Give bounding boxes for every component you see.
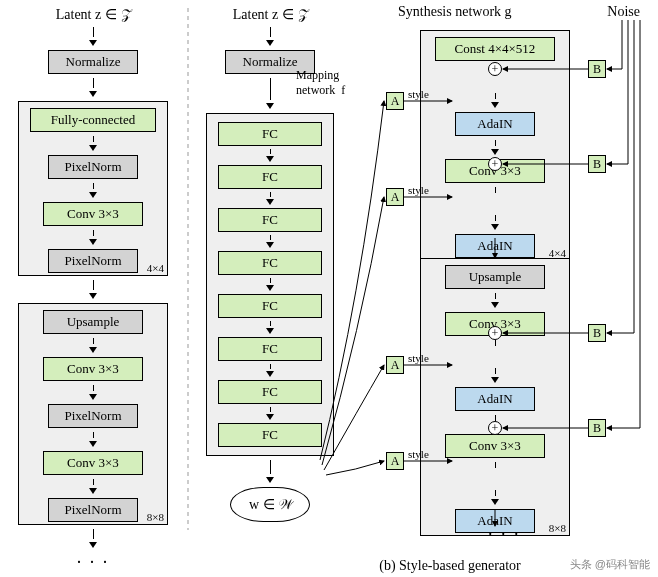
noise-B-block: B (588, 155, 606, 173)
fc-layer: FC (218, 208, 322, 232)
fc-layer: FC (218, 251, 322, 275)
adain-layer: AdaIN (455, 234, 535, 258)
style-label: style (408, 352, 429, 364)
pixelnorm-layer: PixelNorm (48, 404, 138, 428)
fc-layer: FC (218, 380, 322, 404)
panel-traditional: Latent z ∈ 𝒵 Normalize Fully-connected P… (18, 6, 168, 577)
mapping-label: Mapping network f (296, 68, 345, 98)
normalize-a: Normalize (48, 50, 138, 74)
noise-B-block: B (588, 419, 606, 437)
noise-B-block: B (588, 324, 606, 342)
conv-layer: Conv 3×3 (43, 451, 143, 475)
fc-layer: FC (218, 337, 322, 361)
adain-layer: AdaIN (455, 112, 535, 136)
ellipsis-b: · · · (488, 524, 521, 545)
fc-layer: FC (218, 423, 322, 447)
const-layer: Const 4×4×512 (435, 37, 555, 61)
upsample-layer: Upsample (445, 265, 545, 289)
block-size-label: 4×4 (147, 262, 164, 274)
conv-layer: Conv 3×3 (43, 202, 143, 226)
style-A-block: A (386, 356, 404, 374)
conv-layer: Conv 3×3 (445, 434, 545, 458)
add-noise-node: + (488, 157, 502, 171)
latent-label-b: Latent z ∈ 𝒵 (233, 6, 307, 23)
noise-label: Noise (607, 4, 640, 20)
upsample-layer: Upsample (43, 310, 143, 334)
caption-b: (b) Style-based generator (300, 558, 600, 574)
watermark: 头条 @码科智能 (570, 557, 650, 572)
block-size-label: 8×8 (147, 511, 164, 523)
style-label: style (408, 88, 429, 100)
w-latent: w ∈ 𝒲 (230, 487, 310, 522)
fc-layer: FC (218, 122, 322, 146)
noise-B-block: B (588, 60, 606, 78)
style-A-block: A (386, 92, 404, 110)
adain-layer: AdaIN (455, 387, 535, 411)
pixelnorm-layer: PixelNorm (48, 498, 138, 522)
block-8x8-a: Upsample Conv 3×3 PixelNorm Conv 3×3 Pix… (18, 303, 168, 525)
add-noise-node: + (488, 62, 502, 76)
style-label: style (408, 184, 429, 196)
pixelnorm-layer: PixelNorm (48, 155, 138, 179)
fc-layer: Fully-connected (30, 108, 156, 132)
fc-layer: FC (218, 165, 322, 189)
fc-layer: FC (218, 294, 322, 318)
style-A-block: A (386, 188, 404, 206)
add-noise-node: + (488, 421, 502, 435)
fc-stack: FCFCFCFCFCFCFCFC (206, 113, 334, 456)
block-size-label: 8×8 (549, 522, 566, 534)
style-A-block: A (386, 452, 404, 470)
ellipsis-a: · · · (77, 552, 110, 573)
pixelnorm-layer: PixelNorm (48, 249, 138, 273)
style-label: style (408, 448, 429, 460)
synth-label: Synthesis network g (398, 4, 512, 20)
latent-label-a: Latent z ∈ 𝒵 (56, 6, 130, 23)
synth-block-8x8: Upsample Conv 3×3 AdaIN Conv 3×3 AdaIN 8… (420, 258, 570, 536)
block-4x4-a: Fully-connected PixelNorm Conv 3×3 Pixel… (18, 101, 168, 276)
conv-layer: Conv 3×3 (43, 357, 143, 381)
add-noise-node: + (488, 326, 502, 340)
mapping-network: Latent z ∈ 𝒵 Normalize Mapping network f… (200, 6, 340, 522)
